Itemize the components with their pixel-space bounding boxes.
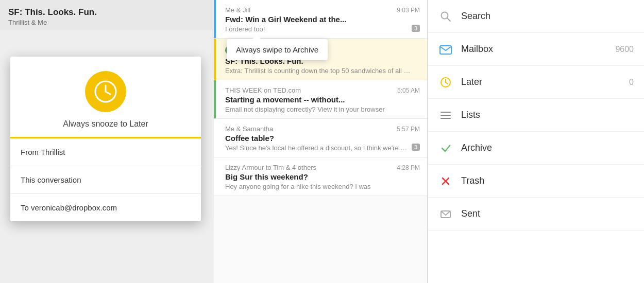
svg-line-4 [447,18,450,21]
sender-2: THIS WEEK on TED.com [225,86,301,94]
trash-icon [438,174,453,188]
sender-3: Me & Samantha [225,125,273,133]
sidebar: Search Mailbox 9600 Later 0 [428,0,644,283]
sidebar-trash-label: Trash [461,175,634,186]
email-title: SF: This. Looks. Fun. [8,7,206,17]
email-subtitle: Thrillist & Me [8,19,206,26]
sidebar-item-sent[interactable]: Sent [428,198,644,231]
time-3: 5:57 PM [397,126,420,133]
sidebar-item-archive[interactable]: Archive [428,132,644,165]
snooze-modal: Always snooze to Later From Thrillist Th… [10,57,201,221]
modal-title: Always snooze to Later [63,119,148,129]
email-item-2[interactable]: THIS WEEK on TED.com 5:05 AM Starting a … [214,80,427,119]
sidebar-mailbox-label: Mailbox [461,44,615,55]
sidebar-item-trash[interactable]: Trash [428,165,644,198]
left-panel: SF: This. Looks. Fun. Thrillist & Me Alw… [0,0,214,283]
preview-1: Extra: Thrillist is counting down the to… [225,67,411,75]
preview-0: I ordered too! [225,25,411,33]
preview-4: Hey anyone going for a hike this weekend… [225,183,411,190]
sender-row-3: Me & Samantha 5:57 PM [225,125,420,133]
sidebar-lists-label: Lists [461,110,634,120]
sidebar-item-mailbox[interactable]: Mailbox 9600 [428,33,644,66]
svg-line-2 [106,92,110,94]
sidebar-sent-label: Sent [461,208,634,219]
sidebar-item-later[interactable]: Later 0 [428,66,644,99]
email-header: SF: This. Looks. Fun. Thrillist & Me [0,0,214,30]
email-item-3[interactable]: Me & Samantha 5:57 PM Coffee table? Yes!… [214,119,427,157]
modal-option-from[interactable]: From Thrillist [10,138,201,166]
badge-3: 3 [412,144,420,151]
subject-2: Starting a movement -- without... [225,95,420,104]
sidebar-later-count: 0 [629,78,634,87]
lists-icon [438,108,453,122]
time-4: 4:28 PM [397,164,420,171]
later-icon [438,75,453,90]
sender-row-0: Me & Jill 9:03 PM [225,6,420,14]
sidebar-archive-label: Archive [461,143,634,153]
sidebar-mailbox-count: 9600 [615,45,634,54]
sender-4: Lizzy Armour to Tim & 4 others [225,164,316,171]
preview-3: Yes! Since he's local he offered a disco… [225,144,411,152]
clock-icon [85,71,126,112]
modal-icon-area: Always snooze to Later [10,57,201,137]
sent-icon [438,207,453,221]
sidebar-item-search[interactable]: Search [428,0,644,33]
modal-option-conversation[interactable]: This conversation [10,166,201,194]
archive-icon [438,141,453,155]
sender-0: Me & Jill [225,6,250,14]
mailbox-icon [438,42,453,57]
sidebar-search-label: Search [461,11,634,22]
svg-line-8 [446,82,448,84]
sidebar-item-lists[interactable]: Lists [428,99,644,132]
badge-0: 3 [412,25,420,32]
search-icon [438,9,453,24]
subject-4: Big Sur this weekend? [225,172,420,181]
subject-3: Coffee table? [225,134,420,143]
email-item-4[interactable]: Lizzy Armour to Tim & 4 others 4:28 PM B… [214,157,427,196]
time-0: 9:03 PM [397,7,420,14]
modal-option-to[interactable]: To veronicab@dropbox.com [10,194,201,221]
subject-0: Fwd: Win a Girl Weekend at the... [225,15,420,24]
sender-row-4: Lizzy Armour to Tim & 4 others 4:28 PM [225,164,420,171]
time-2: 5:05 AM [397,87,420,94]
sender-row-2: THIS WEEK on TED.com 5:05 AM [225,86,420,94]
tooltip-bubble: Always swipe to Archive [227,39,328,60]
preview-2: Email not displaying correctly? View it … [225,105,411,113]
sidebar-later-label: Later [461,77,629,87]
email-item-0[interactable]: Me & Jill 9:03 PM Fwd: Win a Girl Weeken… [214,0,427,39]
